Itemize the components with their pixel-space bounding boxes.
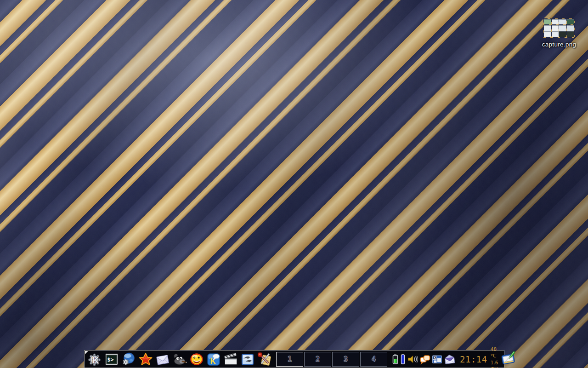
chat-tray-item[interactable]: [419, 354, 430, 365]
video-editor-button[interactable]: [223, 352, 238, 367]
system-monitor-applet: 48 °C 1.6 GHz: [491, 346, 501, 368]
volume-tray-item[interactable]: [407, 354, 418, 365]
messenger-button[interactable]: [189, 352, 204, 367]
workspace-1-button[interactable]: 1: [276, 352, 303, 367]
smiley-face-icon: [189, 352, 204, 367]
chat-bubbles-icon: [419, 354, 430, 365]
thumbnail-window: [567, 31, 574, 37]
temperature-label: 48 °C: [491, 346, 501, 359]
wallpaper-grain-texture: [0, 0, 588, 368]
openoffice-button[interactable]: [240, 352, 255, 367]
bottom-panel: K $>: [84, 350, 504, 368]
battery-tray-item[interactable]: [392, 354, 399, 365]
konsole-button[interactable]: $>: [104, 352, 119, 367]
thumbnail-window: [552, 19, 559, 24]
red-star-icon: [138, 352, 153, 367]
desktop-icon-label: capture.png: [542, 41, 577, 48]
crossed-tools-icon: [257, 352, 272, 367]
thumbnail-window: [567, 19, 574, 24]
mail-launcher-button[interactable]: [155, 352, 170, 367]
battery-icon: [392, 354, 399, 365]
workspace-4-button[interactable]: 4: [360, 352, 387, 367]
envelope-icon: [155, 352, 170, 367]
thumbnail-window: [552, 31, 559, 37]
clapperboard-icon: [223, 352, 238, 367]
panel-hide-arrow-icon[interactable]: [85, 351, 88, 354]
globe-gear-icon: [121, 352, 136, 367]
system-tray: K: [392, 354, 456, 365]
cpu-frequency-label: 1.6 GHz: [491, 359, 501, 368]
kde-menu-button[interactable]: K: [87, 352, 102, 367]
kde-gear-k-icon: K: [87, 352, 102, 367]
workspace-1-label: 1: [288, 355, 292, 363]
workspace-4-label: 4: [372, 355, 376, 363]
gimp-button[interactable]: [172, 352, 187, 367]
k-speech-bubble-icon: K: [206, 352, 221, 367]
thumbnail-window: [559, 19, 566, 24]
gimp-wilber-icon: [172, 352, 187, 367]
desktop-icon-capture-png[interactable]: capture.png: [529, 18, 588, 48]
thumbnail-window: [559, 25, 566, 30]
k-desktop-tray-item[interactable]: K: [432, 354, 442, 365]
thumbnail-window: [544, 31, 551, 37]
graphics-tablet-applet[interactable]: [500, 351, 516, 368]
thumbnail-window: [567, 25, 574, 30]
kopete-button[interactable]: K: [206, 352, 221, 367]
mail-envelope-icon: [444, 354, 456, 365]
capture-png-thumbnail: [543, 18, 575, 38]
star-app-button[interactable]: [138, 352, 153, 367]
svg-text:K: K: [434, 356, 436, 359]
workspace-3-label: 3: [344, 355, 348, 363]
workspace-3-button[interactable]: 3: [332, 352, 359, 367]
volume-speaker-icon: [407, 354, 418, 365]
thumbnail-window: [552, 25, 559, 30]
desktop-wallpaper: capture.png K: [0, 0, 588, 368]
svg-text:K: K: [92, 355, 99, 365]
workspace-pager: 1 2 3 4: [276, 352, 387, 367]
graphics-tablet-icon: [500, 351, 516, 366]
workspace-2-button[interactable]: 2: [304, 352, 331, 367]
workspace-2-label: 2: [316, 355, 320, 363]
openoffice-birds-icon: [240, 352, 255, 367]
k-desktop-grid-icon: K: [432, 354, 442, 365]
thumbnail-window: [559, 31, 566, 37]
mail-notifier-tray-item[interactable]: [444, 354, 456, 365]
terminal-icon: $>: [104, 352, 119, 367]
thumbnail-window: [544, 19, 551, 24]
panel-clock[interactable]: 21:14: [460, 354, 487, 364]
svg-text:$>: $>: [107, 356, 114, 362]
indicator-bar-tray-item[interactable]: [400, 354, 406, 365]
konqueror-button[interactable]: [121, 352, 136, 367]
indicator-bar-icon: [400, 354, 406, 365]
thumbnail-window: [544, 25, 551, 30]
launcher-area: K $>: [87, 352, 272, 367]
admin-tools-button[interactable]: [257, 352, 272, 367]
